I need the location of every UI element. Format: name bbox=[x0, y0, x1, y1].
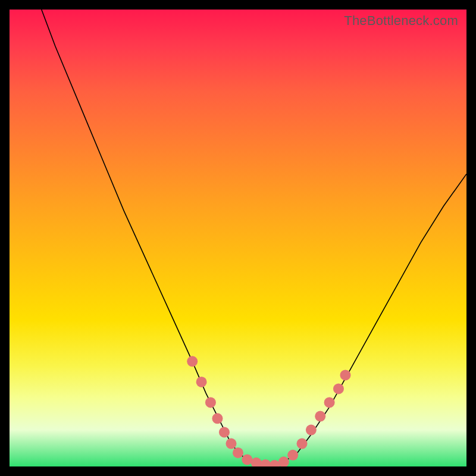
highlight-dot bbox=[306, 425, 317, 436]
chart-plot-area: TheBottleneck.com bbox=[10, 10, 466, 466]
highlight-dot bbox=[196, 377, 207, 387]
highlight-dot bbox=[278, 456, 289, 466]
highlight-dot bbox=[212, 413, 223, 424]
chart-svg bbox=[10, 10, 466, 466]
highlight-dot bbox=[187, 356, 198, 367]
highlight-dot bbox=[269, 460, 280, 466]
highlight-dot bbox=[251, 458, 262, 466]
series-left-arm bbox=[42, 10, 275, 465]
highlight-dot bbox=[333, 383, 344, 394]
highlight-dot bbox=[242, 454, 252, 465]
highlight-dot bbox=[324, 397, 335, 408]
highlight-dot bbox=[287, 450, 298, 461]
highlight-dot bbox=[233, 447, 243, 458]
highlight-dot bbox=[340, 369, 350, 380]
highlight-dot bbox=[260, 459, 271, 466]
highlight-dot bbox=[205, 397, 216, 408]
highlight-dot bbox=[297, 439, 308, 449]
highlight-dot bbox=[315, 411, 325, 422]
series-right-arm bbox=[274, 174, 466, 465]
highlight-dot bbox=[226, 439, 236, 449]
highlight-dot bbox=[219, 427, 230, 437]
